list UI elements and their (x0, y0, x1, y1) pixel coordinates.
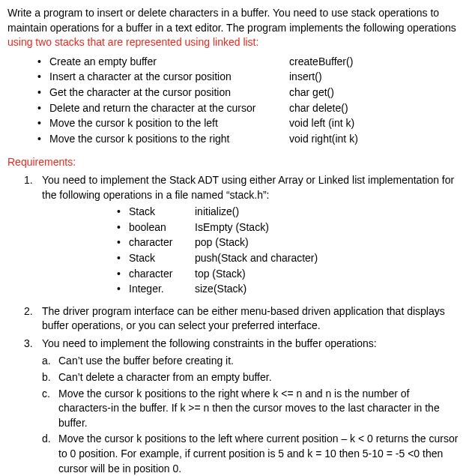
bullet-icon: • (37, 132, 49, 147)
op-desc: Delete and return the character at the c… (49, 101, 289, 116)
adt-item: • boolean IsEmpty (Stack) (117, 220, 465, 235)
bullet-icon: • (117, 205, 129, 220)
op-fn: char get() (289, 85, 334, 100)
bullet-icon: • (117, 282, 129, 297)
adt-item: • Integer. size(Stack) (117, 282, 465, 297)
op-desc: Move the cursor k positions to the right (49, 132, 289, 147)
op-desc: Insert a character at the cursor positio… (49, 70, 289, 85)
intro-text: Write a program to insert or delete char… (7, 7, 456, 34)
adt-fn: initialize() (195, 205, 239, 220)
stack-adt-list: • Stack initialize() • boolean IsEmpty (… (117, 205, 465, 297)
sub-text: Move the cursor k positions to the right… (58, 387, 465, 431)
op-item: • Insert a character at the cursor posit… (37, 70, 465, 85)
op-fn: insert() (289, 70, 322, 85)
sub-label: a. (42, 354, 58, 369)
adt-return: boolean (129, 220, 195, 235)
constraint-b: b. Can’t delete a character from an empt… (42, 370, 465, 385)
sub-label: b. (42, 370, 58, 385)
adt-return: Integer. (129, 282, 195, 297)
op-item: • Move the cursor k position to the left… (37, 116, 465, 131)
adt-fn: push(Stack and character) (195, 251, 318, 266)
intro-red-text: using two stacks that are represented us… (7, 36, 258, 48)
op-fn: void right(int k) (289, 132, 358, 147)
adt-fn: IsEmpty (Stack) (195, 220, 269, 235)
adt-return: Stack (129, 205, 195, 220)
adt-return: character (129, 235, 195, 250)
op-item: • Create an empty buffer createBuffer() (37, 55, 465, 70)
bullet-icon: • (117, 220, 129, 235)
adt-fn: top (Stack) (195, 267, 246, 282)
sub-label: c. (42, 387, 58, 431)
adt-item: • Stack initialize() (117, 205, 465, 220)
op-desc: Move the cursor k position to the left (49, 116, 289, 131)
requirements-heading: Requirements: (7, 155, 465, 170)
buffer-operations-list: • Create an empty buffer createBuffer() … (37, 55, 465, 147)
op-desc: Create an empty buffer (49, 55, 289, 70)
sub-text: Can’t delete a character from an empty b… (58, 370, 465, 385)
constraint-d: d. Move the cursor k positions to the le… (42, 432, 465, 476)
req2-text: The driver program interface can be eith… (42, 305, 445, 332)
adt-item: • Stack push(Stack and character) (117, 251, 465, 266)
req-number: 3. (24, 337, 42, 476)
adt-fn: pop (Stack) (195, 235, 249, 250)
adt-item: • character top (Stack) (117, 267, 465, 282)
op-fn: char delete() (289, 101, 348, 116)
op-fn: void left (int k) (289, 116, 354, 131)
op-item: • Get the character at the cursor positi… (37, 85, 465, 100)
req1-text: You need to implement the Stack ADT usin… (42, 174, 454, 201)
requirements-list: 1. You need to implement the Stack ADT u… (24, 173, 465, 476)
adt-return: character (129, 267, 195, 282)
bullet-icon: • (37, 55, 49, 70)
adt-return: Stack (129, 251, 195, 266)
bullet-icon: • (37, 101, 49, 116)
sub-label: d. (42, 432, 58, 476)
sub-text: Can’t use the buffer before creating it. (58, 354, 465, 369)
bullet-icon: • (117, 251, 129, 266)
bullet-icon: • (117, 235, 129, 250)
requirement-3: 3. You need to implement the following c… (24, 337, 465, 476)
bullet-icon: • (37, 85, 49, 100)
req-number: 1. (24, 173, 42, 301)
sub-text: Move the cursor k positions to the left … (58, 432, 465, 476)
op-item: • Move the cursor k positions to the rig… (37, 132, 465, 147)
op-fn: createBuffer() (289, 55, 353, 70)
adt-item: • character pop (Stack) (117, 235, 465, 250)
req-number: 2. (24, 304, 42, 334)
intro-paragraph: Write a program to insert or delete char… (7, 6, 465, 50)
op-desc: Get the character at the cursor position (49, 85, 289, 100)
bullet-icon: • (37, 116, 49, 131)
adt-fn: size(Stack) (195, 282, 246, 297)
constraint-a: a. Can’t use the buffer before creating … (42, 354, 465, 369)
constraint-c: c. Move the cursor k positions to the ri… (42, 387, 465, 431)
constraints-sublist: a. Can’t use the buffer before creating … (42, 354, 465, 476)
requirement-1: 1. You need to implement the Stack ADT u… (24, 173, 465, 301)
req3-text: You need to implement the following cons… (42, 337, 377, 349)
bullet-icon: • (37, 70, 49, 85)
bullet-icon: • (117, 267, 129, 282)
op-item: • Delete and return the character at the… (37, 101, 465, 116)
requirement-2: 2. The driver program interface can be e… (24, 304, 465, 334)
